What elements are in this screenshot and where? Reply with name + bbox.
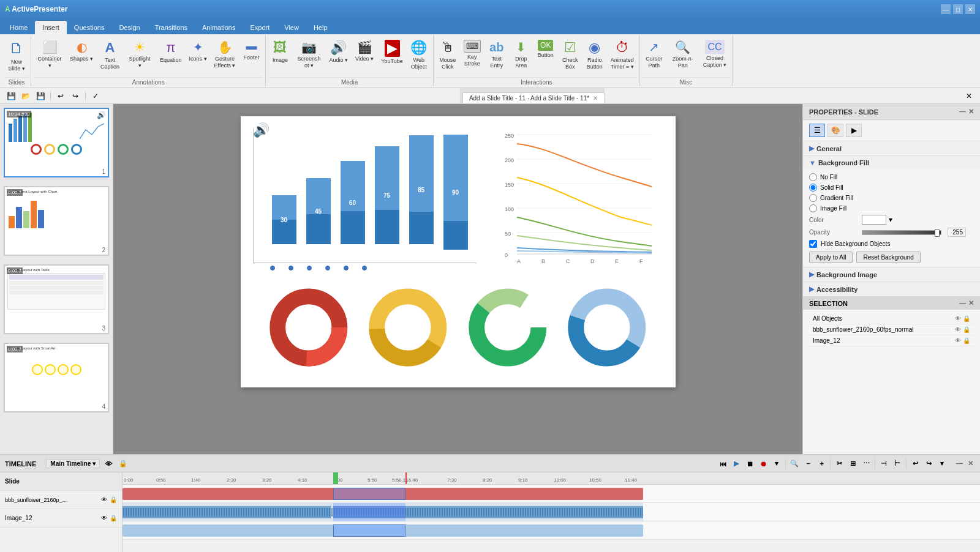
equation-button[interactable]: π Equation [157, 38, 185, 75]
icons-button[interactable]: ✦ Icons ▾ [186, 38, 210, 75]
lock-icon[interactable]: 🔒 [963, 315, 970, 322]
tl-video-lock[interactable]: 🔒 [110, 496, 117, 503]
tab-insert[interactable]: Insert [35, 21, 67, 34]
audio-play-icon[interactable]: 🔊 [253, 122, 270, 138]
props-close-btn[interactable]: ✕ [968, 108, 974, 116]
tl-to-start-btn[interactable]: ⏮ [717, 458, 729, 470]
tab-transitions[interactable]: Transitions [148, 21, 195, 34]
hide-bg-checkbox[interactable] [809, 240, 817, 248]
radio-button-btn[interactable]: ◉ RadioButton [583, 38, 606, 75]
button-btn[interactable]: OK Button [534, 38, 557, 75]
qa-save2-btn[interactable]: 💾 [34, 90, 47, 102]
qa-open-btn[interactable]: 📂 [20, 90, 32, 102]
doc-tab-close[interactable]: ✕ [593, 95, 598, 102]
image-lock-icon[interactable]: 🔒 [963, 337, 970, 344]
tl-record-btn[interactable]: ⏺ [757, 458, 769, 470]
container-button[interactable]: ⬜ Container ▾ [34, 38, 66, 75]
tl-close[interactable]: ✕ [966, 459, 975, 468]
tab-animations[interactable]: Animations [195, 21, 243, 34]
mouse-click-button[interactable]: 🖱 MouseClick [436, 38, 459, 75]
tl-split-btn[interactable]: ✂ [833, 458, 845, 470]
selection-close-btn[interactable]: ✕ [968, 299, 974, 307]
props-accessibility-header[interactable]: ▶ Accessibility [803, 282, 980, 296]
qa-undo-btn[interactable]: ↩ [55, 90, 67, 102]
text-caption-button[interactable]: A TextCaption [97, 38, 123, 75]
shapes-button[interactable]: ◐ Shapes ▾ [67, 38, 96, 75]
no-fill-radio[interactable] [809, 173, 817, 181]
gradient-fill-radio[interactable] [809, 194, 817, 202]
visibility-icon[interactable]: 👁 [955, 315, 961, 322]
minimize-button[interactable]: — [941, 4, 951, 14]
slide-thumb-4[interactable]: Content Layout with SmartArt 0:00.7 4 [4, 343, 109, 412]
tl-play-btn[interactable]: ▶ [730, 458, 742, 470]
close-button[interactable]: ✕ [965, 4, 975, 14]
tl-more2[interactable]: ▾ [936, 458, 948, 470]
props-minimize-btn[interactable]: — [959, 108, 966, 116]
drop-area-button[interactable]: ⬇ DropArea [510, 38, 533, 75]
doc-tab[interactable]: Add a Slide Title - 11 · Add a Slide Tit… [462, 92, 605, 103]
video-lock-icon[interactable]: 🔒 [963, 326, 970, 333]
props-bg-header[interactable]: ▼ Background Fill [803, 156, 980, 170]
tl-lock-btn[interactable]: 🔒 [117, 458, 129, 470]
image-button[interactable]: 🖼 Image [268, 38, 292, 75]
web-object-button[interactable]: 🌐 WebObject [407, 38, 431, 75]
main-timeline-selector[interactable]: Main Timeline ▾ [46, 459, 100, 468]
text-entry-button[interactable]: ab TextEntry [485, 38, 508, 75]
gesture-effects-button[interactable]: ✋ GestureEffects ▾ [211, 38, 239, 75]
slide-thumb-2[interactable]: and Content Layout with Chart 0:00.7 2 [4, 186, 109, 256]
maximize-button[interactable]: □ [953, 4, 963, 14]
opacity-value[interactable]: 255 [948, 228, 966, 237]
props-tab-motion[interactable]: ▶ [846, 124, 862, 137]
tl-align-left[interactable]: ⊣ [878, 458, 890, 470]
qa-check-btn[interactable]: ✓ [89, 90, 102, 102]
image-fill-radio[interactable] [809, 204, 817, 212]
selection-item-image[interactable]: Image_12 👁 🔒 [809, 335, 974, 346]
color-dropdown-icon[interactable]: ▾ [889, 215, 892, 224]
tab-questions[interactable]: Questions [67, 21, 112, 34]
tab-design[interactable]: Design [111, 21, 147, 34]
tl-stop-btn[interactable]: ⏹ [744, 458, 756, 470]
animated-timer-button[interactable]: ⏱ AnimatedTimer = ▾ [608, 38, 637, 75]
cursor-path-button[interactable]: ↗ CursorPath [643, 38, 666, 75]
tl-redo2[interactable]: ↪ [922, 458, 935, 470]
tl-record-dropdown[interactable]: ▾ [771, 458, 783, 470]
props-tab-style[interactable]: 🎨 [827, 124, 843, 137]
zoom-n-pan-button[interactable]: 🔍 Zoom-n-Pan [667, 38, 699, 75]
props-general-header[interactable]: ▶ General [803, 141, 980, 155]
tab-help[interactable]: Help [306, 21, 335, 34]
image-visibility-icon[interactable]: 👁 [955, 337, 961, 344]
apply-to-all-btn[interactable]: Apply to All [809, 252, 853, 263]
qa-save-btn[interactable]: 💾 [5, 90, 17, 102]
props-bg-image-header[interactable]: ▶ Background Image [803, 267, 980, 282]
check-box-button[interactable]: ☑ CheckBox [559, 38, 582, 75]
slide-thumb-1[interactable]: 10:34.533 🔊 1 [4, 108, 109, 177]
video-visibility-icon[interactable]: 👁 [955, 326, 961, 333]
qa-redo-btn[interactable]: ↪ [69, 90, 81, 102]
new-slide-button[interactable]: 🗋 NewSlide ▾ [5, 38, 28, 75]
tl-more-btn[interactable]: ⋯ [860, 458, 872, 470]
color-swatch[interactable] [862, 215, 886, 225]
slide-thumb-3[interactable]: Content Layout with Table 0:00.7 3 [4, 264, 109, 334]
tl-merge-btn[interactable]: ⊞ [846, 458, 859, 470]
tab-home[interactable]: Home [2, 21, 35, 34]
opacity-slider[interactable] [862, 230, 941, 235]
close-pane-btn[interactable]: ✕ [963, 90, 975, 102]
selection-minimize-btn[interactable]: — [959, 299, 966, 307]
solid-fill-radio[interactable] [809, 184, 817, 192]
tl-zoom-out[interactable]: － [802, 458, 814, 470]
tl-zoom-in[interactable]: ＋ [815, 458, 827, 470]
key-stroke-button[interactable]: ⌨ KeyStroke [461, 38, 484, 75]
closed-caption-button[interactable]: CC ClosedCaption ▾ [700, 38, 730, 75]
reset-bg-btn[interactable]: Reset Background [856, 252, 920, 263]
tab-view[interactable]: View [277, 21, 306, 34]
youtube-button[interactable]: ▶ YouTube [378, 38, 405, 75]
selection-item-video[interactable]: bbb_sunflower_2160p_60fps_normal 👁 🔒 [809, 324, 974, 335]
tab-export[interactable]: Export [243, 21, 277, 34]
tl-minimize[interactable]: — [954, 459, 965, 468]
tl-image-eye[interactable]: 👁 [101, 515, 107, 521]
props-tab-general[interactable]: ☰ [809, 124, 825, 137]
tl-align-right[interactable]: ⊢ [891, 458, 903, 470]
tl-video-eye[interactable]: 👁 [101, 496, 107, 503]
tl-zoom-fit[interactable]: 🔍 [788, 458, 801, 470]
selection-item-all[interactable]: All Objects 👁 🔒 [809, 313, 974, 324]
